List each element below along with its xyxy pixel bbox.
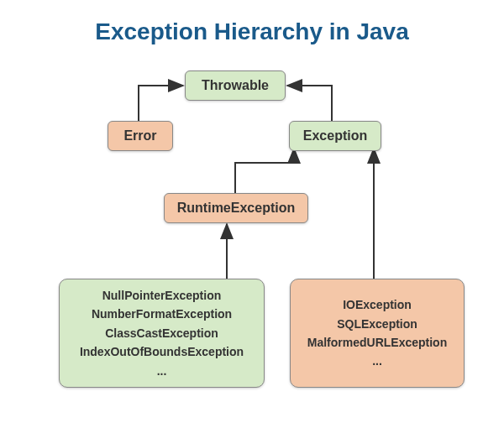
node-checked-subclasses: IOException SQLException MalformedURLExc… — [290, 279, 465, 388]
node-runtime-exception: RuntimeException — [164, 193, 308, 223]
node-throwable: Throwable — [185, 70, 286, 101]
list-item: IOException — [343, 295, 412, 314]
diagram-title: Exception Hierarchy in Java — [0, 0, 504, 45]
node-exception: Exception — [289, 121, 381, 151]
list-item: MalformedURLException — [307, 333, 447, 352]
list-item: NumberFormatException — [92, 305, 232, 323]
node-error: Error — [108, 121, 173, 151]
list-item: SQLException — [337, 315, 417, 333]
list-item: ... — [372, 352, 382, 370]
list-item: IndexOutOfBoundsException — [80, 342, 244, 361]
list-item: ... — [157, 362, 167, 380]
list-item: NullPointerException — [102, 286, 222, 305]
node-runtime-subclasses: NullPointerException NumberFormatExcepti… — [59, 279, 265, 388]
list-item: ClassCastException — [105, 324, 218, 342]
diagram-canvas: Throwable Error Exception RuntimeExcepti… — [0, 45, 504, 428]
